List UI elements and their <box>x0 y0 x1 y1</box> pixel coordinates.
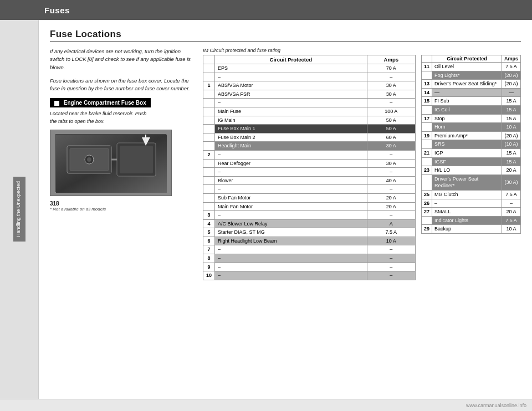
row-number: 14 <box>422 88 432 97</box>
left-fuse-table: Circuit Protected Amps EPS70 A––1ABS/VSA… <box>203 55 416 280</box>
circuit-name: Oil Level <box>432 63 502 71</box>
table-row: 7–– <box>203 245 416 254</box>
svg-rect-4 <box>120 146 153 173</box>
circuit-name: ABS/VSA FSR <box>215 90 367 99</box>
table-row: 20SRS(10 A) <box>422 140 521 149</box>
circuit-name: Main Fan Motor <box>215 202 367 211</box>
circuit-name: IGSF <box>432 157 502 166</box>
content-body: Fuse Locations If any electrical devices… <box>39 20 532 399</box>
circuit-name: Fuse Box Main 1 <box>215 125 367 133</box>
row-number: 19 <box>422 131 432 140</box>
amps-value: 10 A <box>502 225 520 234</box>
row-number: 10 <box>203 271 215 280</box>
table-row: 6Right Headlight Low Beam10 A <box>203 237 416 245</box>
row-number: 7 <box>203 245 215 254</box>
page-number: 318 <box>50 201 194 207</box>
row-number: 25 <box>422 190 432 199</box>
row-number: 28 <box>422 216 432 225</box>
amps-value: 50 A <box>367 125 415 133</box>
amps-value: 30 A <box>367 142 415 151</box>
main-content: Handling the Unexpected Fuse Locations I… <box>0 20 532 399</box>
table-row: 15FI Sub15 A <box>422 97 521 106</box>
fuse-box-image <box>50 130 172 196</box>
sidebar-label: Handling the Unexpected <box>16 181 21 237</box>
row-number: 8 <box>203 254 215 263</box>
row-number <box>203 133 215 142</box>
table-row: 17Stop15 A <box>422 114 521 123</box>
circuit-name: SMALL <box>432 208 502 217</box>
table-row: 12Fog Lights*(20 A) <box>422 71 521 80</box>
row-number <box>203 142 215 151</box>
watermark-url: www.carmanualsonline.info <box>466 403 526 408</box>
table-row: 27SMALL20 A <box>422 208 521 217</box>
amps-value: 15 A <box>502 148 520 157</box>
table-row: Blower40 A <box>203 176 416 185</box>
table-row: 10–– <box>203 271 416 280</box>
circuit-name: Stop <box>432 114 502 123</box>
amps-value: 7.5 A <box>502 63 520 71</box>
amps-value: 100 A <box>367 107 415 116</box>
engine-box-label-text: Engine Compartment Fuse Box <box>64 100 146 106</box>
amps-value: 40 A <box>367 176 415 185</box>
row-number: 18 <box>422 123 432 132</box>
sidebar: Handling the Unexpected <box>0 20 39 399</box>
row-number <box>203 64 215 73</box>
sidebar-tab: Handling the Unexpected <box>13 177 25 242</box>
desc-text-2: Fuse locations are shown on the fuse box… <box>50 77 194 93</box>
circuit-name: – <box>215 73 367 81</box>
circuit-name: FI Sub <box>432 97 502 106</box>
circuit-name: – <box>215 211 367 220</box>
bottom-bar: www.carmanualsonline.info <box>0 399 532 411</box>
circuit-name: – <box>215 168 367 177</box>
top-header: Fuses <box>0 0 532 20</box>
circuit-name: – <box>432 199 502 208</box>
right-col-circuit-header: Circuit Protected <box>432 55 502 63</box>
circuit-name: IG Main <box>215 116 367 125</box>
amps-value: 15 A <box>502 157 520 166</box>
row-number <box>203 107 215 116</box>
table-row: 14—— <box>422 88 521 97</box>
table-row: Main Fuse100 A <box>203 107 416 116</box>
table-row: 24Driver's Power Seat Recliner*(30 A) <box>422 174 521 190</box>
amps-value: 7.5 A <box>502 190 520 199</box>
fuse-box-desc: Located near the brake fluid reservoir. … <box>50 110 194 125</box>
table-row: Fuse Box Main 260 A <box>203 133 416 142</box>
amps-value: A <box>367 219 415 228</box>
row-number: 12 <box>422 71 432 80</box>
amps-value: – <box>367 245 415 254</box>
row-number: 29 <box>422 225 432 234</box>
right-col-num-header <box>422 55 432 63</box>
table-row: 19Premium Amp*(20 A) <box>422 131 521 140</box>
amps-value: 30 A <box>367 81 415 90</box>
section-heading: Fuse Locations <box>50 29 521 40</box>
circuit-name: ABS/VSA Motor <box>215 81 367 90</box>
circuit-name: – <box>215 271 367 280</box>
row-number <box>203 176 215 185</box>
amps-value: (20 A) <box>502 80 520 89</box>
row-number: 13 <box>422 80 432 89</box>
amps-value: — <box>502 88 520 97</box>
circuit-name: – <box>215 150 367 159</box>
amps-value: – <box>367 254 415 263</box>
row-number: 3 <box>203 211 215 220</box>
table-row: 11Oil Level7.5 A <box>422 63 521 71</box>
amps-value: 15 A <box>502 105 520 114</box>
amps-value: 7.5 A <box>367 228 415 237</box>
circuit-name: Horn <box>432 123 502 132</box>
amps-value: – <box>367 99 415 107</box>
fuse-image-svg <box>56 135 167 193</box>
amps-value: 15 A <box>502 114 520 123</box>
amps-value: 7.5 A <box>502 216 520 225</box>
table-row: 29Backup10 A <box>422 225 521 234</box>
amps-value: – <box>502 199 520 208</box>
table-row: –– <box>203 185 416 194</box>
table-row: IG Main50 A <box>203 116 416 125</box>
circuit-name: H/L LO <box>432 166 502 175</box>
amps-value: – <box>367 150 415 159</box>
right-col-amps-header: Amps <box>502 55 520 63</box>
row-number <box>203 125 215 133</box>
table-row: 1ABS/VSA Motor30 A <box>203 81 416 90</box>
table-row: Main Fan Motor20 A <box>203 202 416 211</box>
page-container: Fuses Handling the Unexpected Fuse Locat… <box>0 0 532 411</box>
table-row: 22IGSF15 A <box>422 157 521 166</box>
